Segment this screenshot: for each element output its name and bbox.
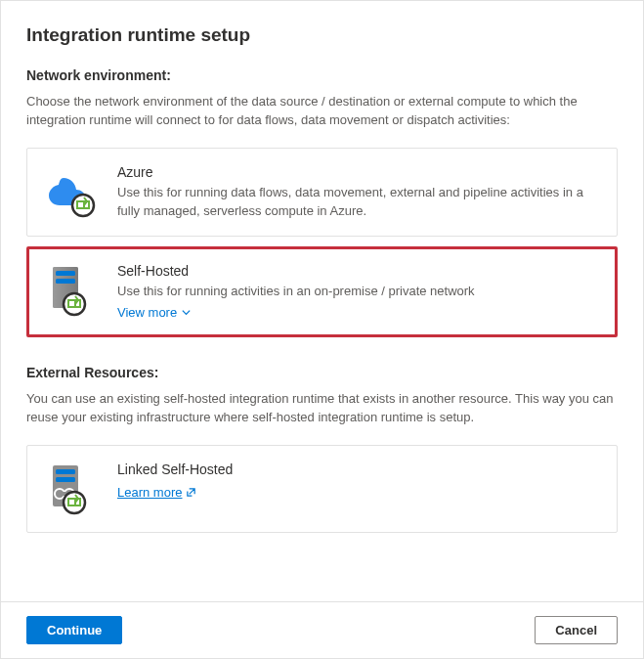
learn-more-label: Learn more — [117, 485, 182, 500]
network-heading: Network environment: — [26, 67, 618, 83]
azure-cloud-icon — [45, 164, 100, 219]
network-desc: Choose the network environment of the da… — [26, 93, 618, 130]
view-more-label: View more — [117, 305, 177, 320]
svg-rect-5 — [56, 279, 75, 284]
external-heading: External Resources: — [26, 365, 618, 380]
svg-rect-4 — [56, 271, 75, 276]
linked-title: Linked Self-Hosted — [117, 461, 599, 477]
chevron-down-icon — [181, 307, 192, 318]
continue-button[interactable]: Continue — [26, 616, 122, 644]
server-icon — [45, 263, 100, 318]
svg-rect-9 — [56, 469, 75, 474]
cancel-button[interactable]: Cancel — [535, 616, 618, 644]
azure-title: Azure — [117, 164, 599, 180]
learn-more-link[interactable]: Learn more — [117, 485, 196, 500]
external-link-icon — [186, 487, 196, 498]
footer: Continue Cancel — [1, 601, 643, 658]
external-desc: You can use an existing self-hosted inte… — [26, 390, 618, 427]
option-self-hosted[interactable]: Self-Hosted Use this for running activit… — [26, 246, 618, 337]
view-more-link[interactable]: View more — [117, 305, 192, 320]
svg-rect-10 — [56, 477, 75, 482]
option-linked-self-hosted[interactable]: Linked Self-Hosted Learn more — [26, 445, 618, 533]
linked-server-icon — [45, 461, 100, 516]
self-hosted-desc: Use this for running activities in an on… — [117, 283, 599, 301]
page-title: Integration runtime setup — [26, 24, 618, 46]
option-azure[interactable]: Azure Use this for running data flows, d… — [26, 148, 618, 238]
azure-desc: Use this for running data flows, data mo… — [117, 184, 599, 221]
self-hosted-title: Self-Hosted — [117, 263, 599, 279]
